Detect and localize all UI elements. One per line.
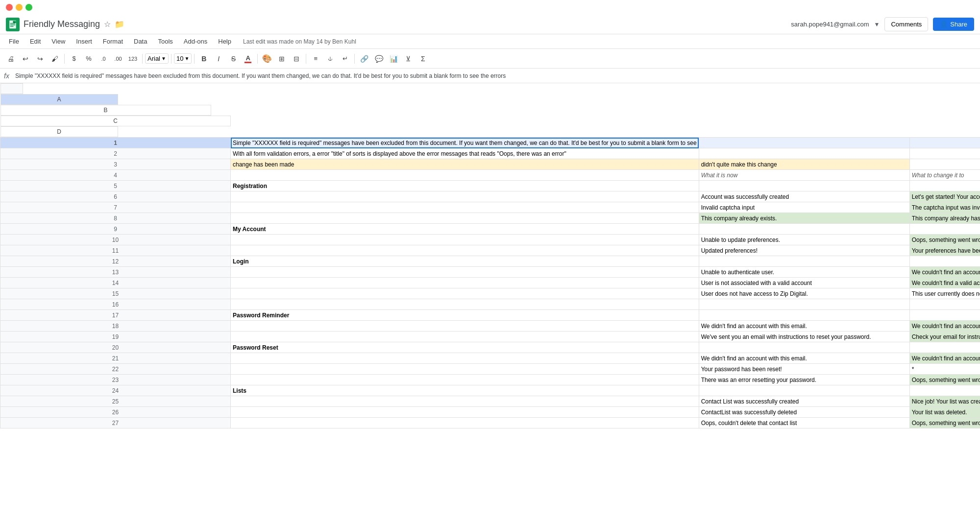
cell-b25[interactable]: Contact List was successfully created	[699, 396, 909, 407]
cell-b5[interactable]	[699, 181, 909, 191]
cell-c26[interactable]: Your list was deleted.	[909, 407, 980, 418]
cell-a25[interactable]	[231, 396, 699, 407]
cell-a13[interactable]	[231, 267, 699, 278]
cell-a4[interactable]	[231, 170, 699, 181]
cell-a17[interactable]: Password Reminder	[231, 310, 699, 321]
cell-a3[interactable]: change has been made	[231, 159, 699, 170]
maximize-button[interactable]	[25, 4, 32, 11]
cell-b16[interactable]	[699, 299, 909, 310]
cell-c5[interactable]	[909, 181, 980, 191]
cell-b22[interactable]: Your password has been reset!	[699, 364, 909, 375]
cell-b6[interactable]: Account was successfully created	[699, 191, 909, 202]
comments-button[interactable]: Comments	[884, 17, 928, 31]
cell-a27[interactable]	[231, 418, 699, 428]
cell-a24[interactable]: Lists	[231, 385, 699, 396]
borders-button[interactable]: ⊞	[275, 52, 289, 66]
cell-b7[interactable]: Invalid captcha input	[699, 202, 909, 213]
cell-c27[interactable]: Oops, something went wrong on our end. P…	[909, 418, 980, 428]
cell-b24[interactable]	[699, 385, 909, 396]
menu-file[interactable]: File	[4, 36, 24, 47]
cell-c24[interactable]	[909, 385, 980, 396]
cell-a16[interactable]	[231, 299, 699, 310]
cell-c20[interactable]	[909, 342, 980, 353]
highlight-color-button[interactable]: 🎨	[260, 52, 274, 66]
col-header-d[interactable]: D	[0, 126, 118, 137]
cell-c21[interactable]: We couldn't find an account with this em…	[909, 353, 980, 364]
cell-b10[interactable]: Unable to update preferences.	[699, 235, 909, 245]
percent-button[interactable]: %	[82, 52, 96, 66]
font-size-selector[interactable]: 10 ▼	[174, 53, 192, 64]
cell-b18[interactable]: We didn't find an account with this emai…	[699, 321, 909, 332]
col-header-c[interactable]: C	[0, 116, 231, 126]
folder-icon[interactable]: 📁	[115, 20, 124, 29]
cell-a26[interactable]	[231, 407, 699, 418]
cell-a14[interactable]	[231, 278, 699, 288]
cell-b20[interactable]	[699, 342, 909, 353]
cell-b19[interactable]: We've sent you an email with instruction…	[699, 332, 909, 342]
cell-c23[interactable]: Oops, something went wrong on our end. P…	[909, 375, 980, 385]
cell-b9[interactable]	[699, 224, 909, 235]
menu-format[interactable]: Format	[98, 36, 128, 47]
paint-format-button[interactable]: 🖌	[48, 52, 62, 66]
cell-a2[interactable]: With all form validation errors, a error…	[231, 148, 699, 159]
cell-a6[interactable]	[231, 191, 699, 202]
cell-b3[interactable]: didn't quite make this change	[699, 159, 909, 170]
filter-button[interactable]: ⊻	[401, 52, 415, 66]
menu-help[interactable]: Help	[213, 36, 236, 47]
menu-edit[interactable]: Edit	[25, 36, 46, 47]
strikethrough-button[interactable]: S	[226, 52, 240, 66]
grid-container[interactable]: A B C D 1Simple "XXXXXX field is require…	[0, 83, 980, 522]
cell-c15[interactable]: This user currently does not have access…	[909, 288, 980, 299]
cell-a5[interactable]: Registration	[231, 181, 699, 191]
cell-c13[interactable]: We couldn't find an account with that us…	[909, 267, 980, 278]
currency-button[interactable]: $	[67, 52, 81, 66]
star-icon[interactable]: ☆	[104, 20, 111, 29]
cell-c14[interactable]: We couldn't find a valid account for thi…	[909, 278, 980, 288]
decimal-decrease-button[interactable]: .0	[97, 52, 110, 66]
cell-c8[interactable]: This company already has a Zip Digital a…	[909, 213, 980, 224]
font-selector[interactable]: Arial ▼	[145, 53, 169, 64]
cell-b17[interactable]	[699, 310, 909, 321]
cell-a15[interactable]	[231, 288, 699, 299]
cell-c9[interactable]	[909, 224, 980, 235]
cell-a8[interactable]	[231, 213, 699, 224]
dropdown-arrow[interactable]: ▼	[874, 21, 880, 28]
bold-button[interactable]: B	[197, 52, 211, 66]
cell-b21[interactable]: We didn't find an account with this emai…	[699, 353, 909, 364]
italic-button[interactable]: I	[212, 52, 225, 66]
cell-c4[interactable]: What to change it to	[909, 170, 980, 181]
cell-c2[interactable]	[909, 148, 980, 159]
merge-cells-button[interactable]: ⊟	[290, 52, 303, 66]
cell-b4[interactable]: What it is now	[699, 170, 909, 181]
menu-addons[interactable]: Add-ons	[179, 36, 212, 47]
cell-c7[interactable]: The captcha input was invalid. Please tr…	[909, 202, 980, 213]
cell-c25[interactable]: Nice job! Your list was created.	[909, 396, 980, 407]
undo-button[interactable]: ↩	[19, 52, 32, 66]
cell-a20[interactable]: Password Reset	[231, 342, 699, 353]
col-header-b[interactable]: B	[0, 105, 211, 116]
cell-c22[interactable]: *	[909, 364, 980, 375]
cell-b14[interactable]: User is not associated with a valid acco…	[699, 278, 909, 288]
insert-link-button[interactable]: 🔗	[357, 52, 371, 66]
cell-b8[interactable]: This company already exists.	[699, 213, 909, 224]
cell-a11[interactable]	[231, 245, 699, 256]
align-button[interactable]: ≡	[309, 52, 322, 66]
cell-c6[interactable]: Let's get started! Your account was crea…	[909, 191, 980, 202]
cell-b15[interactable]: User does not have access to Zip Digital…	[699, 288, 909, 299]
cell-c11[interactable]: Your preferences have been updated!	[909, 245, 980, 256]
cell-c16[interactable]	[909, 299, 980, 310]
cell-a10[interactable]	[231, 235, 699, 245]
cell-a9[interactable]: My Account	[231, 224, 699, 235]
cell-a23[interactable]	[231, 375, 699, 385]
cell-c17[interactable]	[909, 310, 980, 321]
cell-a18[interactable]	[231, 321, 699, 332]
cell-a1[interactable]: Simple "XXXXXX field is required" messag…	[231, 138, 699, 148]
cell-a12[interactable]: Login	[231, 256, 699, 267]
cell-b23[interactable]: There was an error resetting your passwo…	[699, 375, 909, 385]
print-button[interactable]: 🖨	[4, 52, 18, 66]
text-color-button[interactable]: A	[241, 52, 255, 66]
close-button[interactable]	[6, 4, 13, 11]
menu-insert[interactable]: Insert	[71, 36, 97, 47]
vertical-align-button[interactable]: ⫝	[323, 52, 337, 66]
cell-b2[interactable]	[699, 148, 909, 159]
